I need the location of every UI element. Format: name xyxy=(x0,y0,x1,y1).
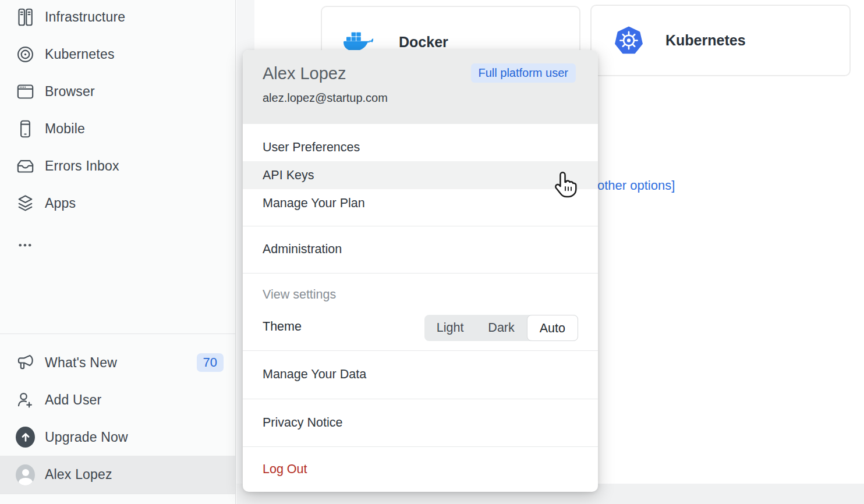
mobile-icon xyxy=(16,119,35,139)
add-user-icon xyxy=(16,391,35,410)
user-account-menu: Alex Lopez alez.lopez@startup.com Full p… xyxy=(243,50,598,492)
view-settings-label: View settings xyxy=(263,288,336,302)
menu-item-user-preferences[interactable]: User Preferences xyxy=(243,133,598,161)
sidebar-item-label: Alex Lopez xyxy=(45,467,112,482)
sidebar-divider xyxy=(0,494,235,494)
menu-group-data: Manage Your Data xyxy=(243,350,598,399)
browser-icon xyxy=(16,82,35,101)
sidebar-item-infrastructure[interactable]: Infrastructure xyxy=(0,0,235,36)
user-role-badge: Full platform user xyxy=(471,63,576,83)
menu-item-api-keys[interactable]: API Keys xyxy=(243,161,598,189)
sidebar-divider xyxy=(0,333,235,334)
menu-group-logout: Log Out xyxy=(243,446,598,492)
menu-item-administration[interactable]: Administration xyxy=(243,235,598,263)
user-avatar xyxy=(16,465,35,484)
megaphone-icon xyxy=(16,353,35,372)
user-name: Alex Lopez xyxy=(263,64,346,83)
sidebar-item-browser[interactable]: Browser xyxy=(0,73,235,110)
kubernetes-target-icon xyxy=(16,45,35,64)
sidebar-item-errors-inbox[interactable]: Errors Inbox xyxy=(0,147,235,184)
sidebar-item-more[interactable] xyxy=(0,222,235,259)
theme-option-auto[interactable]: Auto xyxy=(527,315,578,341)
sidebar-item-kubernetes[interactable]: Kubernetes xyxy=(0,36,235,73)
theme-segmented-control: Light Dark Auto xyxy=(424,315,578,341)
kubernetes-card[interactable]: Kubernetes xyxy=(590,5,851,76)
sidebar-item-label: Add User xyxy=(45,392,101,408)
menu-item-manage-your-plan[interactable]: Manage Your Plan xyxy=(243,189,598,217)
sidebar-item-add-user[interactable]: Add User xyxy=(0,381,235,418)
menu-group-view-settings: View settings Theme Light Dark Auto xyxy=(243,273,598,350)
sidebar-item-label: Kubernetes xyxy=(45,47,115,62)
menu-item-log-out[interactable]: Log Out xyxy=(243,455,598,483)
whats-new-count-badge: 70 xyxy=(197,353,224,372)
sidebar-item-whats-new[interactable]: What's New 70 xyxy=(0,344,235,381)
menu-group-privacy: Privacy Notice xyxy=(243,399,598,446)
sidebar-item-label: Browser xyxy=(45,84,95,100)
theme-option-dark[interactable]: Dark xyxy=(476,315,526,341)
sidebar-item-apps[interactable]: Apps xyxy=(0,184,235,222)
sidebar-item-user-account[interactable]: Alex Lopez xyxy=(0,456,235,494)
sidebar-item-label: Errors Inbox xyxy=(45,158,119,174)
theme-option-light[interactable]: Light xyxy=(424,315,476,341)
app-screen: Docker Kubernetes other options] xyxy=(0,0,864,504)
sidebar-item-mobile[interactable]: Mobile xyxy=(0,110,235,147)
menu-item-privacy-notice[interactable]: Privacy Notice xyxy=(243,409,598,436)
theme-label: Theme xyxy=(263,320,302,334)
more-ellipsis-icon xyxy=(16,231,35,250)
user-menu-header: Alex Lopez alez.lopez@startup.com Full p… xyxy=(243,50,598,124)
sidebar-item-upgrade-now[interactable]: Upgrade Now xyxy=(0,418,235,456)
errors-inbox-icon xyxy=(16,157,35,176)
sidebar-item-label: Infrastructure xyxy=(45,9,125,25)
apps-icon xyxy=(16,194,35,213)
upgrade-arrow-icon xyxy=(16,428,35,447)
other-options-link[interactable]: other options] xyxy=(597,178,675,193)
kubernetes-card-title: Kubernetes xyxy=(665,32,746,49)
sidebar: Infrastructure Kubernetes xyxy=(0,0,236,504)
menu-item-manage-your-data[interactable]: Manage Your Data xyxy=(243,360,598,388)
sidebar-item-label: Apps xyxy=(45,196,76,211)
sidebar-item-label: Mobile xyxy=(45,121,85,137)
infrastructure-icon xyxy=(16,8,35,27)
docker-card-title: Docker xyxy=(399,34,448,51)
theme-row: Theme Light Dark Auto xyxy=(243,315,598,341)
menu-group-admin: Administration xyxy=(243,226,598,273)
user-email: alez.lopez@startup.com xyxy=(263,91,388,105)
sidebar-item-label: What's New xyxy=(45,355,117,371)
menu-group-account: User Preferences API Keys Manage Your Pl… xyxy=(243,124,598,226)
sidebar-item-label: Upgrade Now xyxy=(45,430,128,445)
kubernetes-logo-icon xyxy=(614,26,643,55)
